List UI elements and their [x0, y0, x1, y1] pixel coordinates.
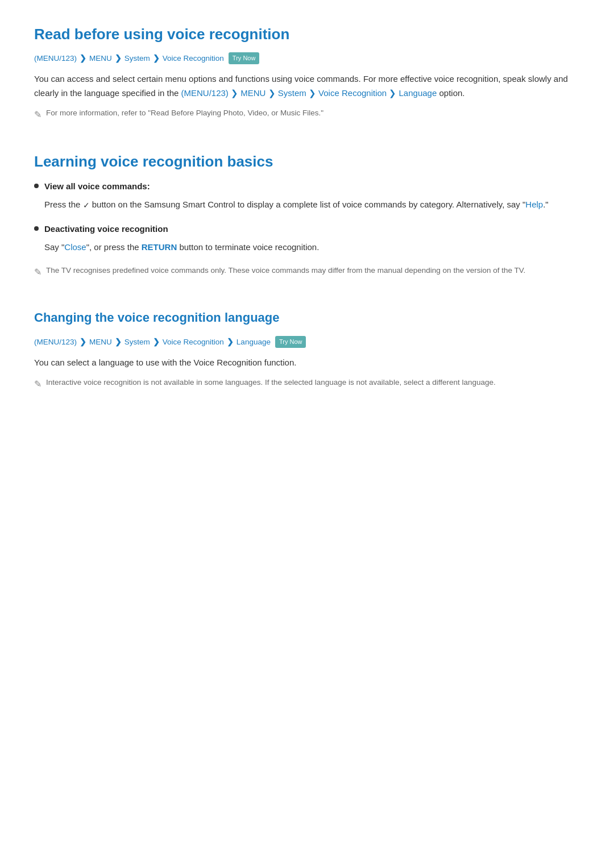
section3-title: Changing the voice recognition language	[34, 308, 580, 327]
section3-note: ✎ Interactive voice recognition is not a…	[34, 377, 580, 392]
bullet-desc-1: Press the ✓ button on the Samsung Smart …	[44, 198, 580, 212]
bullet-item-2: Deactivating voice recognition Say "Clos…	[34, 222, 580, 255]
breadcrumb3-part4: Voice Recognition	[163, 336, 224, 348]
breadcrumb-sep2: ❯	[115, 52, 122, 65]
breadcrumb3-sep2: ❯	[115, 336, 122, 348]
inline-voicerec: Voice Recognition	[318, 88, 387, 98]
try-now-badge-2[interactable]: Try Now	[275, 336, 306, 348]
inline-language: Language	[399, 88, 437, 98]
inline-arrow2: ❯	[268, 88, 276, 98]
inline-menu123: (MENU/123)	[181, 88, 229, 98]
section3-note-text: Interactive voice recognition is not ava…	[46, 377, 496, 389]
section3-body: You can select a language to use with th…	[34, 356, 580, 370]
bullet-item-1: View all voice commands: Press the ✓ but…	[34, 180, 580, 212]
inline-system: System	[278, 88, 306, 98]
section2-note: ✎ The TV recognises predefined voice com…	[34, 265, 580, 280]
breadcrumb-part1: (MENU/123)	[34, 52, 77, 65]
section1-note-text: For more information, refer to "Read Bef…	[46, 107, 323, 119]
bullet-list: View all voice commands: Press the ✓ but…	[34, 180, 580, 255]
section1-breadcrumb: (MENU/123) ❯ MENU ❯ System ❯ Voice Recog…	[34, 52, 580, 65]
breadcrumb-sep1: ❯	[80, 52, 86, 65]
breadcrumb3-sep4: ❯	[227, 336, 234, 348]
checkmark-icon: ✓	[83, 199, 90, 212]
section1-note: ✎ For more information, refer to "Read B…	[34, 107, 580, 122]
pencil-icon-1: ✎	[34, 108, 42, 122]
pencil-icon-3: ✎	[34, 377, 42, 392]
bullet-desc-2: Say "Close", or press the RETURN button …	[44, 240, 580, 255]
section2-note-text: The TV recognises predefined voice comma…	[46, 265, 525, 277]
breadcrumb3-sep3: ❯	[153, 336, 160, 348]
section1-title: Read before using voice recognition	[34, 23, 580, 47]
inline-arrow4: ❯	[389, 88, 396, 98]
breadcrumb-part2: MENU	[89, 52, 112, 65]
breadcrumb3-part2: MENU	[89, 336, 112, 348]
bullet-title-1: View all voice commands:	[44, 180, 580, 193]
close-link: Close	[64, 242, 86, 252]
pencil-icon-2: ✎	[34, 265, 42, 280]
breadcrumb3-part5: Language	[237, 336, 271, 348]
breadcrumb3-part1: (MENU/123)	[34, 336, 77, 348]
section3-breadcrumb: (MENU/123) ❯ MENU ❯ System ❯ Voice Recog…	[34, 336, 580, 348]
try-now-badge-1[interactable]: Try Now	[229, 52, 260, 65]
return-link: RETURN	[142, 242, 177, 252]
section1-body: You can access and select certain menu o…	[34, 72, 580, 101]
inline-arrow3: ❯	[309, 88, 316, 98]
bullet-dot-2	[34, 226, 39, 231]
bullet-content-1: View all voice commands: Press the ✓ but…	[44, 180, 580, 212]
breadcrumb-part3: System	[125, 52, 150, 65]
section-changing-language: Changing the voice recognition language …	[34, 308, 580, 391]
breadcrumb3-part3: System	[125, 336, 150, 348]
section-learning: Learning voice recognition basics View a…	[34, 150, 580, 279]
breadcrumb3-sep1: ❯	[80, 336, 86, 348]
inline-arrow1: ❯	[231, 88, 238, 98]
breadcrumb-part4: Voice Recognition	[163, 52, 224, 65]
bullet-title-2: Deactivating voice recognition	[44, 222, 580, 236]
inline-menu: MENU	[240, 88, 265, 98]
help-link: Help	[525, 200, 543, 209]
breadcrumb-sep3: ❯	[153, 52, 160, 65]
section-read-before: Read before using voice recognition (MEN…	[34, 23, 580, 122]
bullet-content-2: Deactivating voice recognition Say "Clos…	[44, 222, 580, 255]
bullet-dot-1	[34, 184, 39, 188]
section2-title: Learning voice recognition basics	[34, 150, 580, 174]
